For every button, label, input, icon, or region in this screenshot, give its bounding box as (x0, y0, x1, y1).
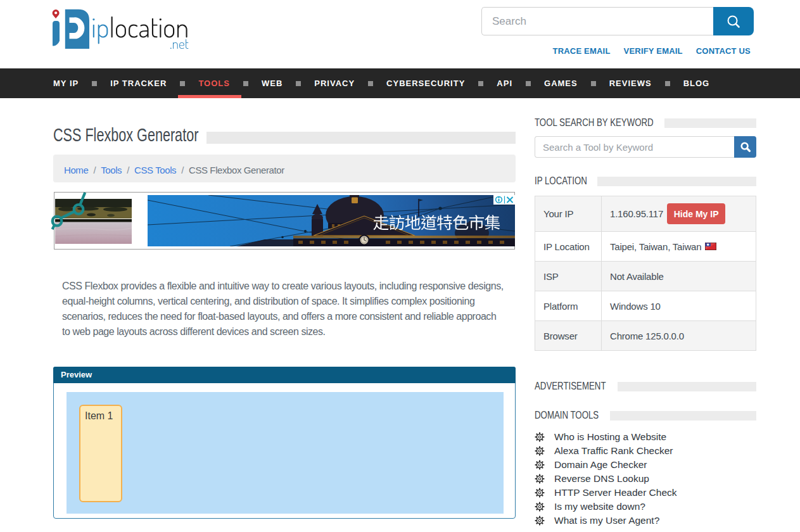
nav-item-ip-tracker: IP TRACKER (94, 68, 182, 98)
logo-i-mark (53, 21, 60, 46)
breadcrumb-tools[interactable]: Tools (101, 165, 122, 175)
tool-description: CSS Flexbox provides a flexible and intu… (62, 279, 511, 339)
logo-wordmark (92, 16, 188, 49)
search-icon (726, 14, 741, 29)
site-header: TRACE EMAIL VERIFY EMAIL CONTACT US (0, 0, 800, 68)
list-item: Domain Age Checker (535, 458, 756, 472)
trace-email-link[interactable]: TRACE EMAIL (553, 46, 611, 56)
ip-info-table: Your IP 1.160.95.117 Hide My IP IP Locat… (535, 196, 756, 351)
value-cell: 1.160.95.117 Hide My IP (602, 196, 756, 232)
main-layout: CSS Flexbox Generator Home/Tools/CSS Too… (53, 98, 756, 528)
preview-card: Preview Item 1 (53, 367, 516, 519)
breadcrumb-home[interactable]: Home (64, 165, 88, 175)
widget-title: ADVERTISEMENT (535, 380, 756, 393)
list-item: Reverse DNS Lookup (535, 472, 756, 486)
breadcrumb-current: CSS Flexbox Generator (189, 165, 284, 175)
tool-search-button[interactable] (734, 136, 756, 158)
ip-location-value: Taipei, Taiwan, Taiwan (610, 241, 701, 252)
table-row-platform: Platform Windows 10 (535, 291, 756, 321)
site-logo[interactable] (52, 8, 193, 51)
page-title-text: CSS Flexbox Generator (53, 125, 198, 146)
header-inner: TRACE EMAIL VERIFY EMAIL CONTACT US (53, 0, 756, 68)
nav-item-reviews: REVIEWS (594, 68, 668, 98)
header-search-button[interactable] (713, 7, 754, 35)
list-item: What is my User Agent? (535, 514, 756, 528)
heading-decoration-bar (610, 411, 756, 421)
heading-decoration-bar (664, 118, 756, 128)
title-decoration-bar (206, 132, 516, 144)
gear-icon (535, 474, 545, 484)
logo-p-tile (65, 10, 89, 49)
flex-preview-container: Item 1 (67, 392, 504, 514)
nav-item-privacy: PRIVACY (298, 68, 371, 98)
table-row-ip-location: IP Location Taipei, Taiwan, Taiwan (535, 232, 756, 262)
breadcrumb: Home/Tools/CSS Tools/CSS Flexbox Generat… (53, 155, 516, 182)
preview-header: Preview (53, 367, 516, 383)
contact-us-link[interactable]: CONTACT US (696, 46, 751, 56)
gear-icon (535, 460, 545, 470)
tool-search-heading: TOOL SEARCH BY KEYWORD (535, 117, 657, 129)
widget-title: DOMAIN TOOLS (535, 409, 756, 422)
nav-item-api: API (481, 68, 528, 98)
table-row-your-ip: Your IP 1.160.95.117 Hide My IP (535, 196, 756, 232)
header-search-input[interactable] (481, 7, 713, 35)
taiwan-flag-graphic (705, 243, 716, 250)
table-row-browser: Browser Chrome 125.0.0.0 (535, 321, 756, 351)
ip-location-heading: IP LOCATION (535, 175, 590, 187)
list-item: HTTP Server Header Check (535, 486, 756, 500)
title-row: CSS Flexbox Generator (53, 125, 516, 146)
logo-mark (53, 10, 89, 49)
domain-tools-widget: DOMAIN TOOLS Who is Hosting a Website Al… (535, 409, 756, 528)
verify-email-link[interactable]: VERIFY EMAIL (624, 46, 683, 56)
tool-search-widget: TOOL SEARCH BY KEYWORD (535, 117, 756, 158)
breadcrumb-css-tools[interactable]: CSS Tools (134, 165, 176, 175)
adchoices-icon[interactable] (493, 195, 515, 205)
platform-value: Windows 10 (602, 291, 756, 321)
nav-item-tools: TOOLS (182, 68, 246, 98)
hide-my-ip-button[interactable]: Hide My IP (667, 203, 725, 224)
header-search (481, 7, 754, 35)
tool-search-input[interactable] (535, 136, 734, 158)
browser-value: Chrome 125.0.0.0 (602, 321, 756, 351)
advertisement-heading: ADVERTISEMENT (535, 380, 610, 393)
your-ip-value: 1.160.95.117 (610, 208, 663, 219)
gear-icon (535, 446, 545, 456)
nav-item-web: WEB (246, 68, 298, 98)
widget-title: IP LOCATION (535, 175, 756, 187)
page-title: CSS Flexbox Generator (53, 125, 206, 146)
widget-title: TOOL SEARCH BY KEYWORD (535, 117, 756, 129)
preview-body: Item 1 (54, 383, 515, 518)
iplocation-logo-graphic (52, 8, 193, 51)
table-row-isp: ISP Not Available (535, 262, 756, 291)
domain-tools-heading: DOMAIN TOOLS (535, 409, 602, 422)
value-cell: Taipei, Taiwan, Taiwan (602, 232, 756, 262)
isp-value: Not Available (602, 262, 756, 291)
sidebar: TOOL SEARCH BY KEYWORD IP LOCATION (535, 98, 756, 528)
header-links: TRACE EMAIL VERIFY EMAIL CONTACT US (553, 46, 751, 56)
ad-creative[interactable] (148, 195, 515, 246)
domain-tools-list: Who is Hosting a Website Alexa Traffic R… (535, 430, 756, 528)
nav-item-games: GAMES (528, 68, 594, 98)
ip-location-widget: IP LOCATION Your IP 1.160.95.117 Hide My… (535, 175, 756, 351)
taiwan-flag-icon (705, 243, 716, 250)
gear-icon (535, 516, 545, 526)
main-content: CSS Flexbox Generator Home/Tools/CSS Too… (53, 98, 516, 528)
ad-left-photo (55, 193, 134, 249)
list-item: Who is Hosting a Website (535, 430, 756, 444)
gear-icon (535, 502, 545, 512)
heading-decoration-bar (618, 382, 756, 391)
search-icon (740, 141, 751, 153)
gear-icon (535, 432, 545, 442)
nav-item-blog: BLOG (668, 68, 726, 98)
tool-search-bar (535, 136, 756, 158)
gear-icon (535, 488, 545, 498)
main-nav: MY IP IP TRACKER TOOLS WEB PRIVACY CYBER… (0, 68, 800, 98)
ad-banner[interactable] (54, 192, 515, 250)
list-item: Alexa Traffic Rank Checker (535, 444, 756, 458)
nav-list: MY IP IP TRACKER TOOLS WEB PRIVACY CYBER… (53, 68, 756, 98)
list-item: Is my website down? (535, 500, 756, 514)
advertisement-widget: ADVERTISEMENT (535, 380, 756, 393)
nav-item-my-ip: MY IP (53, 68, 94, 98)
flex-preview-item: Item 1 (79, 405, 122, 502)
nav-item-cybersecurity: CYBERSECURITY (371, 68, 481, 98)
